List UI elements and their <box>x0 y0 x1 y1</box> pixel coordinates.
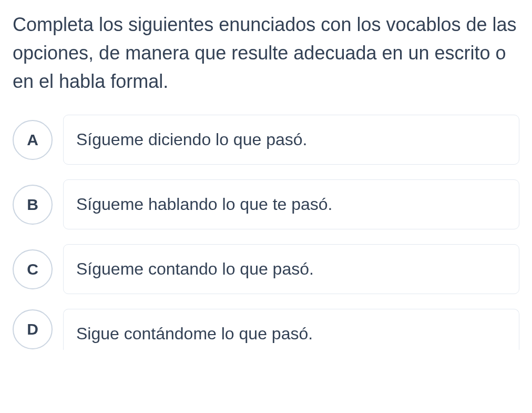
question-prompt: Completa los siguientes enunciados con l… <box>13 11 519 96</box>
option-letter-c[interactable]: C <box>13 249 53 289</box>
options-list: A Sígueme diciendo lo que pasó. B Síguem… <box>13 115 519 350</box>
option-letter-d[interactable]: D <box>13 309 53 349</box>
option-text-b[interactable]: Sígueme hablando lo que te pasó. <box>63 179 519 229</box>
option-text-c[interactable]: Sígueme contando lo que pasó. <box>63 244 519 294</box>
option-text-a[interactable]: Sígueme diciendo lo que pasó. <box>63 115 519 165</box>
option-a[interactable]: A Sígueme diciendo lo que pasó. <box>13 115 519 165</box>
option-c[interactable]: C Sígueme contando lo que pasó. <box>13 244 519 294</box>
option-letter-a[interactable]: A <box>13 120 53 160</box>
option-text-d[interactable]: Sigue contándome lo que pasó. <box>63 309 519 350</box>
option-d[interactable]: D Sigue contándome lo que pasó. <box>13 309 519 350</box>
option-letter-b[interactable]: B <box>13 185 53 225</box>
option-b[interactable]: B Sígueme hablando lo que te pasó. <box>13 179 519 229</box>
